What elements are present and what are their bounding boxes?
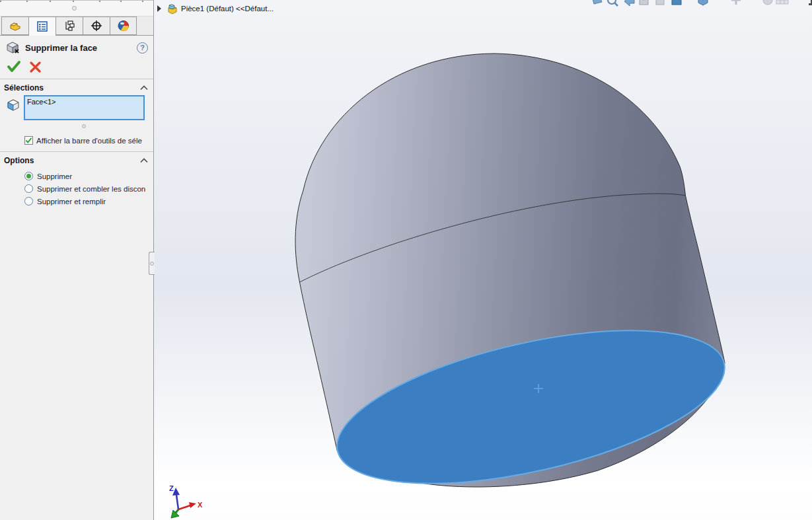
toolbar-tick — [142, 1, 143, 2]
display-manager-icon — [117, 20, 130, 32]
annotation-view-icon[interactable] — [653, 0, 667, 7]
show-selection-toolbar-checkbox[interactable]: Afficher la barre d'outils de séle — [24, 136, 153, 145]
part-icon — [166, 3, 178, 15]
toolbar-tick — [73, 1, 74, 2]
pm-title: Supprimer la face — [25, 43, 137, 53]
selections-body: Face<1> — [0, 95, 153, 131]
tree-panel-splitter[interactable] — [0, 0, 153, 17]
configuration-manager-tab[interactable] — [55, 17, 83, 35]
delete-face-icon — [5, 40, 21, 55]
splitter-grip[interactable] — [72, 6, 77, 11]
radio-label: Supprimer — [37, 172, 72, 180]
ok-button[interactable] — [7, 60, 21, 73]
tree-node-part[interactable]: Pièce1 (Défaut) <<Défaut... — [166, 3, 274, 15]
options-title: Options — [4, 156, 140, 165]
radio-label: Supprimer et combler les discon — [37, 185, 145, 193]
selections-section-header[interactable]: Sélections — [0, 79, 153, 95]
headsup-toolbar — [581, 0, 812, 9]
x-axis-label: X — [198, 501, 203, 509]
solidworks-window: { "property_manager": { "title": "Suppri… — [0, 0, 812, 520]
display-style-icon[interactable] — [669, 0, 684, 7]
radio-supprimer-et-remplir[interactable]: Supprimer et remplir — [24, 197, 153, 205]
manager-tab-bar — [0, 17, 153, 36]
radio-label: Supprimer et remplir — [37, 198, 106, 205]
radio-supprimer[interactable]: Supprimer — [24, 172, 153, 180]
options-section-header[interactable]: Options — [0, 152, 153, 168]
cancel-button[interactable] — [29, 61, 42, 73]
flyout-feature-tree: Pièce1 (Défaut) <<Défaut... — [157, 1, 274, 16]
toolbar-tick — [120, 1, 122, 2]
radio-button[interactable] — [24, 172, 33, 180]
toolbar-tick — [50, 1, 51, 2]
panel-splitter-handle[interactable] — [149, 252, 155, 275]
checkbox-label: Afficher la barre d'outils de séle — [36, 137, 142, 145]
z-axis-label: Z — [169, 484, 174, 492]
toolbar-tick — [26, 1, 28, 2]
dimxpert-manager-icon — [90, 20, 103, 32]
selections-title: Sélections — [4, 83, 140, 93]
radio-supprimer-et-combler[interactable]: Supprimer et combler les discon — [24, 184, 153, 193]
checkbox-box[interactable] — [24, 136, 33, 145]
feature-manager-tab[interactable] — [1, 17, 28, 35]
zoom-area-icon[interactable] — [605, 0, 620, 7]
face-selection-icon — [5, 97, 21, 113]
radio-button[interactable] — [24, 184, 33, 193]
display-manager-tab[interactable] — [110, 17, 137, 35]
collapse-chevron-icon[interactable] — [140, 158, 148, 163]
configuration-manager-icon — [63, 20, 76, 32]
property-manager-tab[interactable] — [28, 17, 55, 36]
property-manager-icon — [36, 20, 49, 32]
toolbar-tick — [99, 1, 100, 2]
selection-list-item[interactable]: Face<1> — [25, 96, 143, 106]
collapse-chevron-icon[interactable] — [140, 85, 148, 91]
apply-scene-icon[interactable] — [775, 0, 790, 7]
help-icon[interactable]: ? — [137, 42, 148, 54]
view-settings-icon[interactable] — [805, 0, 812, 7]
dimxpert-manager-tab[interactable] — [83, 17, 110, 35]
check-icon — [25, 137, 32, 144]
splitter-grip[interactable] — [150, 262, 154, 266]
feature-manager-icon — [9, 20, 22, 32]
toolbar-tick — [0, 1, 1, 2]
edit-appearance-icon[interactable] — [760, 0, 775, 7]
selection-listbox[interactable]: Face<1> — [24, 95, 145, 120]
pm-actions — [0, 56, 153, 79]
zoom-fit-icon[interactable] — [590, 0, 605, 7]
view-orientation-icon[interactable] — [696, 0, 710, 7]
section-view-icon[interactable] — [637, 0, 651, 7]
flyout-expand-arrow[interactable] — [157, 5, 161, 12]
radio-button[interactable] — [24, 197, 33, 205]
previous-view-icon[interactable] — [622, 0, 636, 7]
pm-header: Supprimer la face ? — [0, 36, 153, 56]
tree-node-label: Pièce1 (Défaut) <<Défaut... — [181, 5, 274, 13]
hide-show-icon[interactable] — [729, 0, 743, 7]
property-manager-panel: Supprimer la face ? Sélections Face<1> — [0, 0, 154, 520]
listbox-resize-grip[interactable] — [82, 124, 86, 128]
